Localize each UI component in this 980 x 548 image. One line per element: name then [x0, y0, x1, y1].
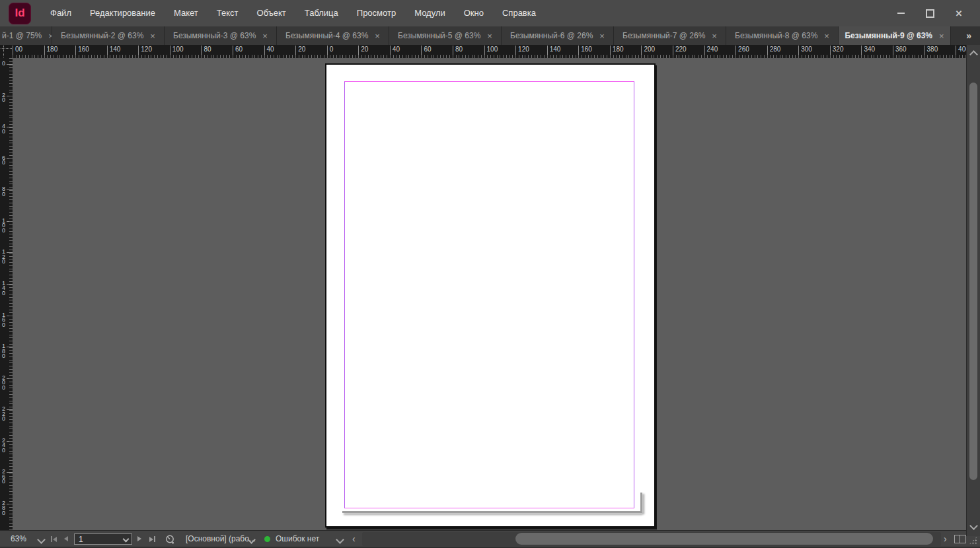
- tab-close-icon[interactable]: ×: [712, 31, 717, 41]
- tab-close-icon[interactable]: ×: [150, 31, 155, 41]
- ruler-tick: [7, 316, 13, 316]
- document-page[interactable]: [325, 63, 656, 528]
- status-chevron-down-icon[interactable]: [336, 535, 344, 544]
- menu-item[interactable]: Файл: [41, 0, 81, 26]
- ruler-tick: [7, 252, 13, 253]
- ruler-label: 180: [610, 46, 624, 58]
- preflight-status-dot: [264, 536, 270, 542]
- ruler-label: 360: [893, 46, 907, 58]
- ruler-tick: [7, 221, 13, 222]
- tab-label: Безымянный-4 @ 63%: [285, 31, 368, 40]
- tab-close-icon[interactable]: ×: [824, 31, 829, 41]
- minimize-icon: [897, 13, 905, 14]
- ruler-label: 20: [295, 46, 305, 58]
- menu-item[interactable]: Объект: [248, 0, 295, 26]
- document-tab[interactable]: Безымянный-5 @ 63%×: [389, 26, 502, 45]
- indesign-logo-icon: Id: [9, 3, 31, 24]
- document-tab[interactable]: й-1 @ 75%×: [0, 26, 52, 45]
- horizontal-scrollbar-thumb[interactable]: [515, 533, 933, 545]
- vertical-ruler[interactable]: 02 04 06 08 01 0 01 2 01 4 01 6 01 8 02 …: [0, 58, 13, 530]
- document-tab[interactable]: Безымянный-6 @ 26%×: [502, 26, 614, 45]
- menu-item[interactable]: Таблица: [295, 0, 348, 26]
- tab-close-icon[interactable]: ×: [939, 31, 944, 41]
- close-button[interactable]: ✕: [944, 3, 973, 23]
- ruler-label: 200: [641, 46, 655, 58]
- ruler-label: 400: [956, 46, 966, 58]
- document-tab[interactable]: Безымянный-7 @ 26%×: [614, 26, 726, 45]
- tab-close-icon[interactable]: ×: [599, 31, 605, 41]
- ruler-label: 260: [735, 46, 749, 58]
- document-tab[interactable]: Безымянный-9 @ 63%×: [839, 26, 951, 45]
- ruler-origin-icon[interactable]: [0, 45, 13, 58]
- first-page-button[interactable]: [51, 536, 57, 542]
- ruler-label: 2 0: [2, 93, 5, 103]
- ruler-label: 0: [2, 61, 5, 67]
- spread-view-icon[interactable]: [954, 535, 966, 543]
- document-tab[interactable]: Безымянный-3 @ 63%×: [165, 26, 277, 45]
- title-bar: Id ФайлРедактированиеМакетТекстОбъектТаб…: [0, 0, 980, 26]
- ruler-label: 60: [421, 46, 431, 58]
- ruler-label: 80: [453, 46, 463, 58]
- last-page-icon: [154, 536, 155, 542]
- ruler-label: 160: [75, 46, 89, 58]
- menu-item[interactable]: Редактирование: [81, 0, 165, 26]
- menu-bar: ФайлРедактированиеМакетТекстОбъектТаблиц…: [41, 0, 545, 26]
- page-dropdown-chevron-icon[interactable]: [123, 536, 130, 543]
- preflight-status-text: Ошибок нет: [276, 531, 319, 547]
- page-number-field[interactable]: [74, 533, 132, 545]
- triangle-right-icon: [149, 537, 153, 542]
- zoom-chevron-down-icon[interactable]: [37, 535, 46, 544]
- tab-close-icon[interactable]: ×: [375, 31, 380, 41]
- ruler-tick: [7, 158, 13, 159]
- vertical-scrollbar-thumb[interactable]: [969, 83, 977, 480]
- tab-overflow-button[interactable]: »: [966, 26, 971, 45]
- ruler-label: 2 6 0: [2, 469, 5, 485]
- menu-item[interactable]: Просмотр: [348, 0, 405, 26]
- horizontal-ruler[interactable]: 0018016014012010080604020020406080100120…: [13, 45, 966, 58]
- ruler-label: 240: [704, 46, 718, 58]
- preflight-menu-button[interactable]: [165, 534, 175, 545]
- document-tab[interactable]: Безымянный-2 @ 63%×: [52, 26, 165, 45]
- scroll-left-button[interactable]: ‹: [352, 531, 356, 547]
- page-number-input[interactable]: [75, 535, 124, 544]
- ruler-label: 300: [798, 46, 812, 58]
- page-edge-shadow-right: [640, 493, 642, 513]
- maximize-icon: [926, 9, 934, 18]
- ruler-label: 140: [547, 46, 561, 58]
- minimize-button[interactable]: [886, 3, 915, 23]
- ruler-label: 40: [390, 46, 400, 58]
- ruler-tick: [7, 64, 13, 65]
- document-tab[interactable]: Безымянный-8 @ 63%×: [726, 26, 839, 45]
- menu-item[interactable]: Модули: [405, 0, 455, 26]
- window-resize-grip-icon[interactable]: [969, 536, 977, 545]
- scroll-right-button[interactable]: ›: [944, 531, 947, 547]
- ruler-tick: [7, 441, 13, 442]
- previous-page-button[interactable]: [64, 536, 68, 541]
- tab-close-icon[interactable]: ×: [262, 31, 268, 41]
- menu-item[interactable]: Текст: [207, 0, 248, 26]
- vertical-scrollbar[interactable]: [966, 45, 980, 536]
- ruler-label: 1 8 0: [2, 344, 5, 359]
- menu-item[interactable]: Справка: [493, 0, 545, 26]
- tab-close-icon[interactable]: ×: [487, 31, 492, 41]
- ruler-label: 20: [358, 46, 368, 58]
- ruler-label: 80: [201, 46, 211, 58]
- scroll-down-button[interactable]: [971, 520, 977, 531]
- ruler-label: 2 4 0: [2, 438, 5, 454]
- menu-item[interactable]: Окно: [455, 0, 493, 26]
- document-tab[interactable]: Безымянный-4 @ 63%×: [277, 26, 389, 45]
- next-page-button[interactable]: [137, 536, 141, 541]
- preflight-profile-select[interactable]: [Основной] (рабо...: [186, 531, 256, 547]
- menu-item[interactable]: Макет: [165, 0, 207, 26]
- ruler-label: 140: [107, 46, 121, 58]
- zoom-level-select[interactable]: 63%: [11, 531, 26, 547]
- maximize-button[interactable]: [915, 3, 944, 23]
- scroll-up-button[interactable]: [971, 48, 977, 60]
- pasteboard[interactable]: [13, 58, 966, 530]
- chevron-down-icon: [969, 522, 978, 530]
- status-bar: 63% [Основной] (рабо... Ошибок нет ‹ ›: [0, 530, 980, 548]
- tab-label: Безымянный-3 @ 63%: [173, 31, 256, 40]
- document-tabs: й-1 @ 75%×Безымянный-2 @ 63%×Безымянный-…: [0, 26, 951, 45]
- ruler-tick: [7, 472, 13, 473]
- last-page-button[interactable]: [149, 536, 155, 542]
